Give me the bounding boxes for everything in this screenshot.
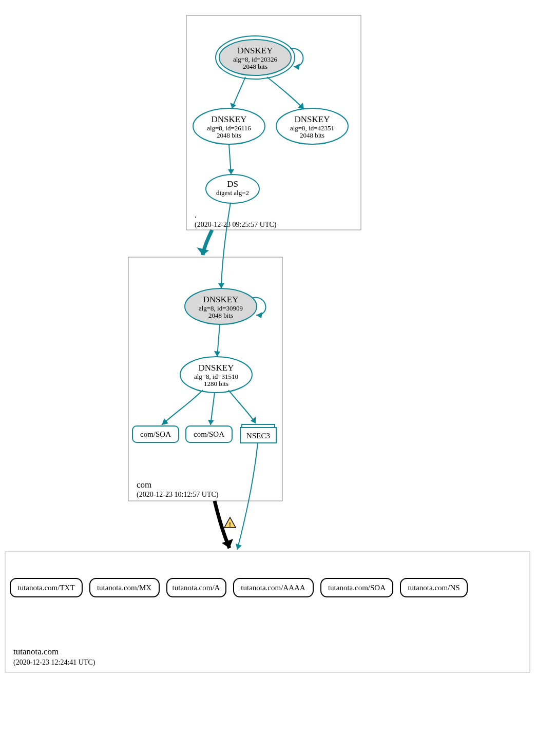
node-com-nsec3: NSEC3 [240,424,276,443]
zone-tutanota-label: tutanota.com [13,647,59,656]
zone-com-label: com [137,480,151,490]
node-root-zsk2: DNSKEY alg=8, id=42351 2048 bits [276,108,348,144]
node-com-soa1: com/SOA [132,426,179,442]
warning-icon: ! [224,517,236,528]
svg-marker-5 [294,64,300,70]
svg-text:NSEC3: NSEC3 [246,432,270,440]
node-leaf-ns: tutanota.com/NS [400,578,467,597]
svg-text:tutanota.com/MX: tutanota.com/MX [97,584,151,592]
svg-marker-25 [256,312,262,318]
edge-ds-comksk [221,203,231,288]
svg-marker-26 [218,283,224,288]
svg-text:com/SOA: com/SOA [140,430,171,438]
node-root-zsk1: DNSKEY alg=8, id=26116 2048 bits [193,108,265,144]
svg-text:tutanota.com/AAAA: tutanota.com/AAAA [241,584,305,592]
svg-text:com/SOA: com/SOA [194,430,224,438]
zone-tutanota-timestamp: (2020-12-23 12:24:41 UTC) [13,658,95,667]
svg-text:tutanota.com/SOA: tutanota.com/SOA [328,584,386,592]
svg-text:alg=8, id=31510: alg=8, id=31510 [194,373,238,380]
node-leaf-soa: tutanota.com/SOA [321,578,393,597]
node-com-soa2: com/SOA [186,426,232,442]
svg-text:tutanota.com/TXT: tutanota.com/TXT [17,584,74,592]
svg-text:DNSKEY: DNSKEY [238,46,273,55]
svg-text:DNSKEY: DNSKEY [203,295,239,304]
svg-marker-19 [228,169,234,175]
svg-text:DS: DS [227,179,238,189]
edge-comzsk-soa1 [162,390,203,425]
svg-text:2048 bits: 2048 bits [300,131,324,139]
zone-tutanota-box [5,552,530,672]
svg-text:alg=8, id=26116: alg=8, id=26116 [207,124,251,132]
svg-text:digest alg=2: digest alg=2 [216,189,249,197]
node-com-ksk: DNSKEY alg=8, id=30909 2048 bits [185,288,257,324]
svg-text:alg=8, id=20326: alg=8, id=20326 [233,55,278,63]
edge-comzsk-nsec3 [228,390,256,423]
node-leaf-txt: tutanota.com/TXT [10,578,82,597]
svg-marker-40 [208,420,214,425]
svg-text:2048 bits: 2048 bits [208,312,233,319]
svg-text:DNSKEY: DNSKEY [212,114,247,124]
zone-root-timestamp: (2020-12-23 09:25:57 UTC) [195,221,277,229]
zone-com-timestamp: (2020-12-23 10:12:57 UTC) [137,491,219,499]
node-root-ksk: DNSKEY alg=8, id=20326 2048 bits [216,36,295,79]
svg-text:DNSKEY: DNSKEY [199,363,234,373]
svg-text:alg=8, id=42351: alg=8, id=42351 [290,124,334,132]
svg-text:tutanota.com/NS: tutanota.com/NS [408,584,460,592]
svg-marker-39 [162,418,168,425]
edge-root-ksk-zsk1 [232,77,245,108]
node-root-ds: DS digest alg=2 [206,175,259,203]
node-com-zsk: DNSKEY alg=8, id=31510 1280 bits [180,357,252,393]
svg-marker-31 [214,351,220,357]
edge-nsec3-tutanota [237,443,258,550]
svg-text:2048 bits: 2048 bits [217,131,241,139]
svg-text:2048 bits: 2048 bits [243,63,267,70]
svg-text:1280 bits: 1280 bits [204,380,228,387]
node-leaf-a: tutanota.com/A [167,578,226,597]
node-leaf-aaaa: tutanota.com/AAAA [234,578,313,597]
svg-marker-14 [230,103,236,108]
svg-text:tutanota.com/A: tutanota.com/A [173,584,220,592]
svg-text:!: ! [229,520,231,528]
zone-root-label: . [195,210,197,220]
dnssec-diagram: . (2020-12-23 09:25:57 UTC) DNSKEY alg=8… [0,0,536,756]
svg-text:alg=8, id=30909: alg=8, id=30909 [199,304,243,312]
svg-text:DNSKEY: DNSKEY [295,114,330,124]
node-leaf-mx: tutanota.com/MX [90,578,159,597]
edge-root-ksk-zsk2 [267,77,304,109]
